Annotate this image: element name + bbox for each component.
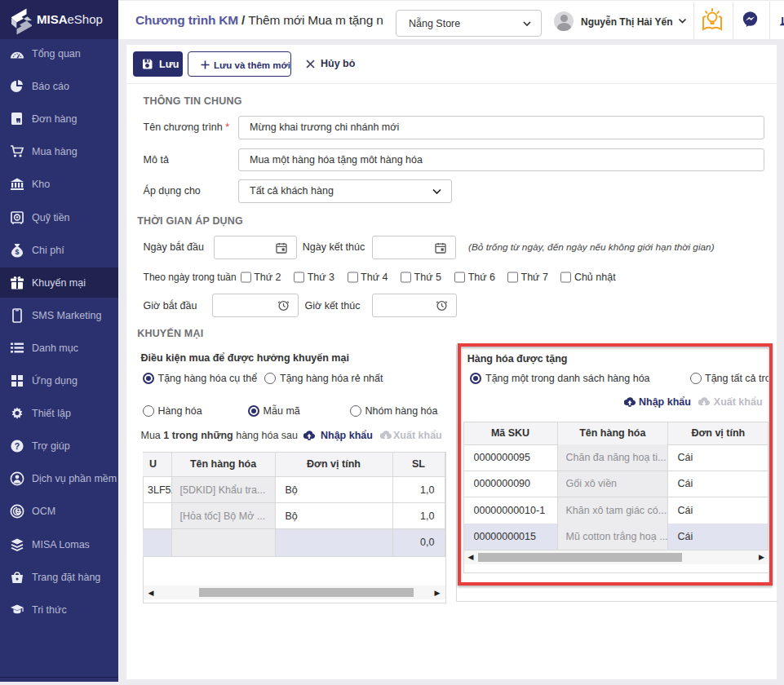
- svg-text:?: ?: [15, 441, 20, 451]
- svg-text:$: $: [15, 248, 19, 256]
